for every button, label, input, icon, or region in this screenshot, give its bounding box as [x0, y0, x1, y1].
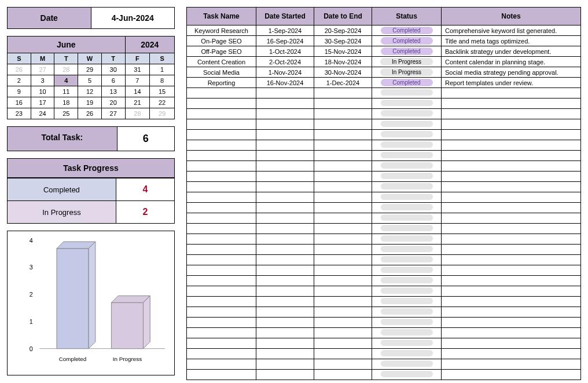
progress-label: In Progress	[8, 201, 116, 224]
calendar-day[interactable]: 18	[54, 97, 78, 108]
table-row: Social Media1-Nov-202430-Nov-2024In Prog…	[187, 67, 581, 78]
calendar-dow: S	[150, 53, 175, 64]
svg-text:2: 2	[30, 291, 33, 298]
status-badge	[381, 152, 433, 158]
calendar-day[interactable]: 8	[150, 75, 175, 86]
calendar-dow: W	[78, 53, 102, 64]
calendar-day[interactable]: 3	[31, 75, 54, 86]
svg-text:1: 1	[30, 318, 33, 325]
calendar-day[interactable]: 27	[101, 108, 125, 119]
calendar-month: June	[8, 37, 126, 53]
calendar-dow: F	[125, 53, 150, 64]
calendar-day[interactable]: 26	[78, 108, 102, 119]
calendar-day[interactable]: 12	[78, 86, 102, 97]
calendar-day[interactable]: 10	[31, 86, 54, 97]
calendar-day[interactable]: 15	[150, 86, 175, 97]
calendar-day[interactable]: 6	[101, 75, 125, 86]
table-row	[187, 130, 581, 140]
status-badge	[381, 246, 433, 252]
table-row	[187, 265, 581, 276]
calendar-day[interactable]: 11	[54, 86, 78, 97]
status-badge	[381, 235, 433, 242]
status-badge	[381, 340, 433, 346]
table-row	[187, 161, 581, 172]
tasks-header: Date to End	[314, 8, 372, 25]
calendar-dow: M	[31, 53, 54, 64]
calendar-day[interactable]: 17	[31, 97, 54, 108]
svg-text:0: 0	[30, 345, 33, 352]
status-badge	[381, 277, 433, 283]
date-box: Date 4-Jun-2024	[7, 7, 175, 29]
calendar-day[interactable]: 9	[8, 86, 31, 97]
calendar-day[interactable]: 21	[125, 97, 150, 108]
calendar-day[interactable]: 4	[54, 75, 78, 86]
calendar-day[interactable]: 20	[101, 97, 125, 108]
calendar-day[interactable]: 23	[8, 108, 31, 119]
calendar-day[interactable]: 26	[8, 64, 31, 75]
calendar-day[interactable]: 30	[101, 64, 125, 75]
calendar-day[interactable]: 28	[54, 64, 78, 75]
table-row	[187, 172, 581, 182]
tasks-table: Task NameDate StartedDate to EndStatusNo…	[186, 7, 581, 380]
svg-rect-5	[57, 249, 89, 349]
svg-marker-11	[143, 296, 150, 348]
table-row	[187, 297, 581, 307]
status-badge	[381, 287, 433, 294]
table-row	[187, 99, 581, 109]
calendar-dow: T	[101, 53, 125, 64]
status-badge	[381, 319, 433, 325]
svg-text:In Progress: In Progress	[113, 356, 142, 362]
calendar-day[interactable]: 28	[125, 108, 150, 119]
calendar-day[interactable]: 31	[125, 64, 150, 75]
svg-rect-9	[111, 302, 143, 348]
progress-value: 4	[116, 178, 174, 201]
table-row	[187, 151, 581, 161]
calendar-dow: T	[54, 53, 78, 64]
status-badge: Completed	[381, 48, 433, 55]
status-badge: In Progress	[380, 58, 433, 65]
table-row	[187, 234, 581, 245]
date-label: Date	[8, 8, 91, 28]
tasks-header: Status	[372, 8, 442, 25]
task-progress-header: Task Progress	[7, 158, 175, 178]
table-row	[187, 245, 581, 255]
svg-marker-7	[89, 242, 95, 349]
svg-text:Completed: Completed	[59, 356, 87, 362]
table-row	[187, 88, 581, 99]
tasks-header: Date Started	[256, 8, 314, 25]
calendar-day[interactable]: 14	[125, 86, 150, 97]
calendar-day[interactable]: 7	[125, 75, 150, 86]
calendar-day[interactable]: 22	[150, 97, 175, 108]
svg-text:3: 3	[30, 264, 33, 271]
calendar-dow: S	[8, 53, 31, 64]
table-row	[187, 192, 581, 203]
calendar-day[interactable]: 24	[31, 108, 54, 119]
calendar-day[interactable]: 1	[150, 64, 175, 75]
status-badge	[381, 350, 433, 356]
tasks-header: Notes	[442, 8, 581, 25]
calendar-day[interactable]: 13	[101, 86, 125, 97]
status-badge	[381, 194, 433, 200]
total-task-box: Total Task: 6	[7, 126, 175, 151]
calendar-day[interactable]: 29	[78, 64, 102, 75]
status-badge	[381, 100, 433, 106]
table-row	[187, 224, 581, 234]
calendar-day[interactable]: 27	[31, 64, 54, 75]
calendar-day[interactable]: 5	[78, 75, 102, 86]
calendar-day[interactable]: 16	[8, 97, 31, 108]
status-badge	[381, 162, 433, 169]
status-badge	[381, 121, 433, 127]
table-row	[187, 328, 581, 338]
status-badge: Completed	[381, 27, 433, 34]
table-row	[187, 255, 581, 265]
calendar-day[interactable]: 29	[150, 108, 175, 119]
status-badge	[381, 89, 433, 96]
status-badge	[381, 183, 433, 189]
calendar-day[interactable]: 2	[8, 75, 31, 86]
date-value: 4-Jun-2024	[91, 8, 175, 28]
calendar-day[interactable]: 25	[54, 108, 78, 119]
table-row	[187, 140, 581, 151]
table-row	[187, 307, 581, 318]
status-badge	[381, 225, 433, 231]
calendar-day[interactable]: 19	[78, 97, 102, 108]
